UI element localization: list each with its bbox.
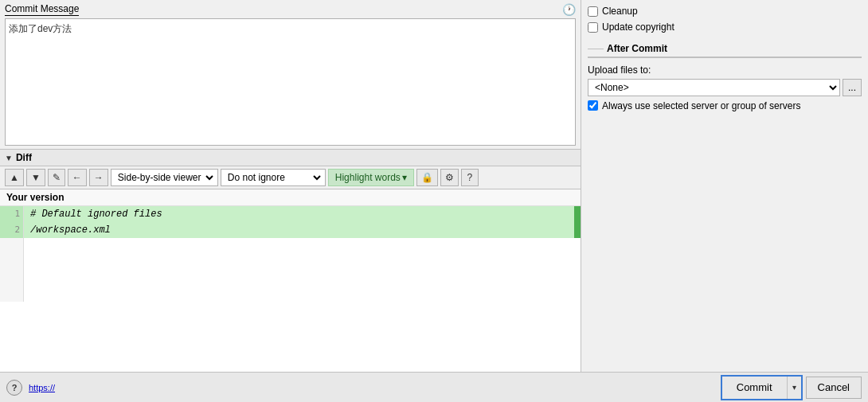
lock-button[interactable]: 🔒 bbox=[416, 169, 438, 186]
diff-line: 2 /workspace.xml bbox=[0, 222, 581, 238]
diff-down-button[interactable]: ▼ bbox=[26, 169, 45, 186]
update-copyright-checkbox[interactable] bbox=[588, 22, 598, 33]
line-number-1: 1 bbox=[0, 206, 24, 222]
update-copyright-row: Update copyright bbox=[588, 19, 862, 35]
highlight-dropdown-arrow: ▾ bbox=[402, 172, 407, 183]
diff-added-indicator-1 bbox=[574, 206, 581, 222]
ignore-select[interactable]: Do not ignore Ignore whitespace Ignore l… bbox=[223, 170, 323, 185]
commit-dropdown-arrow[interactable]: ▾ bbox=[787, 377, 801, 399]
upload-label: Upload files to: bbox=[588, 64, 862, 76]
cancel-button[interactable]: Cancel bbox=[806, 377, 862, 399]
diff-header: ▼ Diff bbox=[0, 149, 581, 166]
clock-icon[interactable]: 🕐 bbox=[562, 3, 576, 16]
line-content-2: /workspace.xml bbox=[24, 222, 574, 238]
settings-button[interactable]: ⚙ bbox=[440, 169, 459, 186]
cleanup-checkbox[interactable] bbox=[588, 6, 598, 17]
bottom-help-button[interactable]: ? bbox=[6, 380, 22, 396]
line-content-empty bbox=[24, 238, 581, 302]
after-commit-section: After Commit Upload files to: <None> ...… bbox=[588, 43, 862, 113]
always-use-checkbox[interactable] bbox=[588, 100, 598, 111]
right-panel: Cleanup Update copyright After Commit Up… bbox=[581, 0, 868, 372]
diff-label: Diff bbox=[16, 152, 576, 163]
ignore-select-container: Do not ignore Ignore whitespace Ignore l… bbox=[221, 169, 326, 186]
upload-select[interactable]: <None> bbox=[588, 79, 840, 96]
line-number-empty bbox=[0, 238, 24, 302]
upload-browse-button[interactable]: ... bbox=[843, 79, 862, 96]
upload-row: <None> ... bbox=[588, 79, 862, 96]
cleanup-row: Cleanup bbox=[588, 3, 862, 19]
viewer-select-container: Side-by-side viewer Unified viewer bbox=[111, 169, 218, 186]
diff-up-button[interactable]: ▲ bbox=[5, 169, 24, 186]
help-button[interactable]: ? bbox=[461, 169, 479, 186]
diff-toolbar: ▲ ▼ ✎ ← → Side-by-side viewer Unified vi… bbox=[0, 166, 581, 189]
line-number-2: 2 bbox=[0, 222, 24, 238]
bottom-url[interactable]: https:// bbox=[29, 383, 55, 392]
always-use-label[interactable]: Always use selected server or group of s… bbox=[602, 100, 800, 113]
cleanup-label[interactable]: Cleanup bbox=[602, 6, 638, 17]
commit-message-textarea[interactable]: 添加了dev方法 bbox=[5, 18, 576, 146]
highlight-words-button[interactable]: Highlight words ▾ bbox=[328, 169, 414, 186]
highlight-words-label: Highlight words bbox=[335, 172, 401, 183]
commit-message-section: Commit Message 🕐 添加了dev方法 bbox=[0, 0, 581, 149]
line-content-1: # Default ignored files bbox=[24, 206, 574, 222]
always-use-row: Always use selected server or group of s… bbox=[588, 100, 862, 113]
after-commit-title: After Commit bbox=[607, 43, 667, 54]
commit-button[interactable]: Commit bbox=[722, 377, 787, 399]
commit-message-header: Commit Message 🕐 bbox=[5, 3, 576, 16]
diff-right-button[interactable]: → bbox=[89, 169, 108, 186]
diff-content: Your version 1 # Default ignored files 2… bbox=[0, 189, 581, 372]
diff-collapse-icon[interactable]: ▼ bbox=[5, 154, 13, 162]
diff-added-indicator-2 bbox=[574, 222, 581, 238]
update-copyright-label[interactable]: Update copyright bbox=[602, 21, 674, 33]
diff-line: 1 # Default ignored files bbox=[0, 206, 581, 222]
main-layout: Commit Message 🕐 添加了dev方法 ▼ Diff ▲ ▼ ✎ ←… bbox=[0, 0, 868, 372]
diff-section: ▼ Diff ▲ ▼ ✎ ← → Side-by-side viewer Uni… bbox=[0, 149, 581, 372]
diff-version-label: Your version bbox=[0, 189, 581, 206]
left-panel: Commit Message 🕐 添加了dev方法 ▼ Diff ▲ ▼ ✎ ←… bbox=[0, 0, 581, 372]
viewer-select[interactable]: Side-by-side viewer Unified viewer bbox=[113, 170, 216, 185]
diff-edit-button[interactable]: ✎ bbox=[48, 169, 65, 186]
bottom-left: ? https:// bbox=[6, 380, 55, 396]
bottom-right: Commit ▾ Cancel bbox=[721, 375, 862, 400]
bottom-bar: ? https:// Commit ▾ Cancel bbox=[0, 372, 868, 402]
after-commit-header: After Commit bbox=[588, 43, 862, 58]
commit-button-group: Commit ▾ bbox=[721, 375, 803, 400]
diff-line-empty bbox=[0, 238, 581, 302]
diff-left-button[interactable]: ← bbox=[68, 169, 87, 186]
commit-message-label: Commit Message bbox=[5, 3, 79, 16]
diff-lines: 1 # Default ignored files 2 /workspace.x… bbox=[0, 206, 581, 302]
